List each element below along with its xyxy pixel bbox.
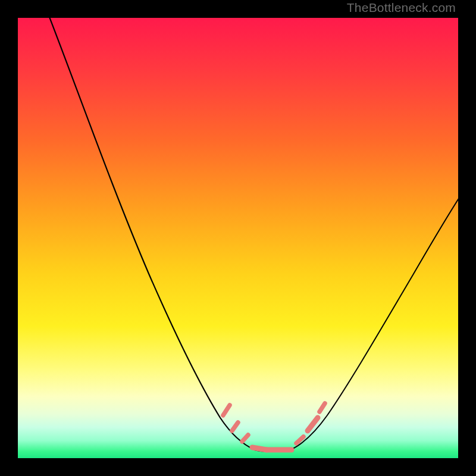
tick (242, 435, 248, 441)
left-branch (49, 18, 255, 450)
tick (223, 405, 230, 415)
tick (232, 422, 238, 431)
right-branch (290, 198, 458, 450)
chart-frame: TheBottleneck.com (0, 0, 476, 476)
pink-ticks (223, 403, 325, 450)
watermark-text: TheBottleneck.com (347, 1, 456, 15)
tick (320, 403, 325, 412)
plot-area (18, 18, 458, 458)
chart-svg (18, 18, 458, 458)
